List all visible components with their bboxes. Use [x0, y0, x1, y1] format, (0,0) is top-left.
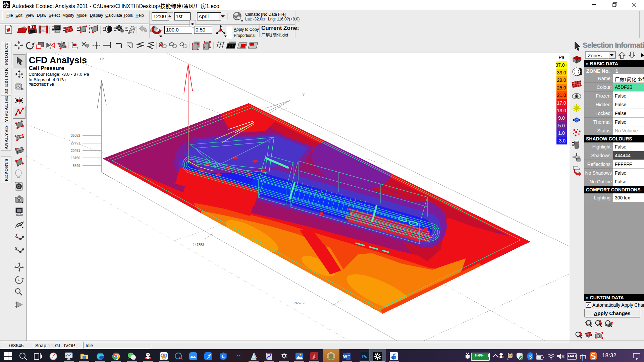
svg-text:27751: 27751 [71, 141, 80, 145]
svg-text:9.0: 9.0 [558, 115, 565, 121]
svg-text:Pa: Pa [100, 57, 105, 61]
svg-text:13150: 13150 [71, 156, 80, 160]
svg-text:1.0: 1.0 [558, 130, 565, 136]
svg-text:Pa: Pa [558, 55, 564, 60]
svg-text:37.0+: 37.0+ [555, 62, 567, 68]
svg-text:25.0: 25.0 [557, 85, 566, 90]
svg-text:21.0: 21.0 [557, 93, 566, 98]
svg-text:-3.0: -3.0 [557, 138, 566, 143]
svg-text:29.0: 29.0 [557, 77, 566, 83]
svg-text:Y: Y [302, 93, 305, 97]
svg-text:W: W [343, 354, 347, 359]
svg-text:265753: 265753 [294, 301, 306, 305]
svg-text:13.0: 13.0 [557, 108, 566, 113]
svg-text:35052: 35052 [71, 134, 80, 137]
svg-text:In Steps of: 4.0 Pa: In Steps of: 4.0 Pa [29, 77, 66, 82]
svg-text:33.0: 33.0 [557, 70, 566, 75]
svg-text:L: L [222, 354, 225, 359]
svg-text:5849: 5849 [73, 164, 80, 168]
svg-text:147353: 147353 [193, 243, 204, 247]
svg-text:Contour Range: -3.0 - 37.0 Pa: Contour Range: -3.0 - 37.0 Pa [29, 72, 89, 77]
svg-text:Cell Pressure: Cell Pressure [29, 65, 64, 71]
svg-text:5.0: 5.0 [558, 123, 565, 128]
svg-text:20451: 20451 [71, 149, 80, 153]
svg-text:?ECOTECT v5: ?ECOTECT v5 [29, 82, 54, 86]
svg-text:Ps: Ps [362, 354, 367, 359]
svg-text:17.0: 17.0 [557, 100, 566, 106]
svg-text:CFD Analysis: CFD Analysis [29, 55, 87, 65]
